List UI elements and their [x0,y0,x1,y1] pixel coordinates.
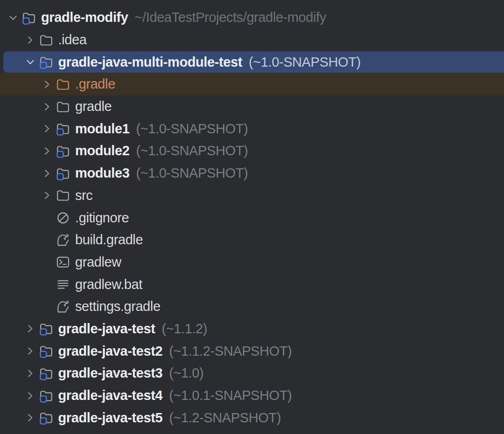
item-label: module3 [75,165,129,181]
tree-row-gradle-modify[interactable]: gradle-modify~/IdeaTestProjects/gradle-m… [0,7,504,29]
tree-row-build.gradle[interactable]: build.gradle [0,229,504,251]
chevron-down-icon[interactable] [5,10,21,26]
folder-icon [56,99,70,114]
chevron-right-icon[interactable] [22,410,39,426]
tree-row-module3[interactable]: module3(~1.0-SNAPSHOT) [0,162,504,185]
item-label: gradle-java-test [58,321,155,337]
module-folder-icon [56,121,70,136]
chevron-right-icon[interactable] [22,365,39,381]
item-label: gradle [75,99,112,114]
item-version: (~1.0-SNAPSHOT) [136,121,248,137]
tree-row-gradle-java-test5[interactable]: gradle-java-test5(~1.2-SNAPSHOT) [0,406,504,429]
tree-row-gradle-java-test2[interactable]: gradle-java-test2(~1.1.2-SNAPSHOT) [0,340,504,362]
module-folder-icon [39,388,54,403]
item-label: module1 [75,121,129,137]
module-folder-icon [39,55,54,69]
module-folder-icon [39,321,54,336]
tree-row-.idea[interactable]: .idea [0,29,504,51]
item-label: gradlew.bat [75,277,142,292]
ignored-file-icon [56,210,70,225]
item-label: gradle-java-test2 [58,344,163,359]
text-file-icon [56,277,70,292]
tree-row-module2[interactable]: module2(~1.0-SNAPSHOT) [0,140,504,162]
gradle-file-icon [56,299,70,314]
folder-icon [56,188,70,203]
chevron-right-icon[interactable] [22,343,39,359]
module-folder-icon [56,166,70,181]
item-version: (~1.1.2) [161,321,207,337]
module-folder-icon [39,410,54,425]
chevron-spacer [39,254,56,270]
tree-row-gradle[interactable]: gradle [0,96,504,118]
item-label: gradle-java-test5 [58,410,163,426]
item-version: (~1.0-SNAPSHOT) [136,143,248,158]
chevron-right-icon[interactable] [39,76,56,92]
chevron-right-icon[interactable] [39,165,56,181]
chevron-down-icon[interactable] [22,54,39,70]
item-label: module2 [75,143,129,158]
item-label: .idea [58,32,87,48]
chevron-right-icon[interactable] [22,388,39,404]
tree-row-gradle-java-test[interactable]: gradle-java-test(~1.1.2) [0,318,504,340]
chevron-right-icon[interactable] [22,32,39,48]
tree-row-src[interactable]: src [0,185,504,207]
chevron-right-icon[interactable] [39,99,56,115]
item-version: (~1.1.2-SNAPSHOT) [169,344,292,359]
tree-row-.gradle[interactable]: .gradle [0,73,504,96]
item-version: (~1.2-SNAPSHOT) [169,410,281,426]
item-label: gradle-modify [41,10,128,25]
item-label: gradle-java-multi-module-test [58,55,242,70]
item-label: gradle-java-test3 [58,365,163,381]
item-version: (~1.0) [169,365,203,381]
tree-row-module1[interactable]: module1(~1.0-SNAPSHOT) [0,117,504,140]
chevron-right-icon[interactable] [39,121,56,137]
item-label: settings.gradle [75,299,161,314]
folder-icon [39,33,54,48]
chevron-spacer [39,299,56,315]
item-version: (~1.0.1-SNAPSHOT) [169,388,292,403]
tree-row-.gitignore[interactable]: .gitignore [0,207,504,229]
item-label: .gradle [75,76,115,92]
item-label: gradlew [75,255,121,270]
chevron-spacer [39,276,56,292]
terminal-file-icon [56,255,70,269]
gradle-file-icon [56,233,70,248]
module-folder-icon [39,366,54,381]
project-path: ~/IdeaTestProjects/gradle-modify [135,10,326,25]
tree-row-gradlew[interactable]: gradlew [0,251,504,274]
item-label: .gitignore [75,210,129,226]
item-label: gradle-java-test4 [58,388,163,403]
folder-excluded-icon [56,77,70,92]
chevron-right-icon[interactable] [39,187,56,203]
chevron-right-icon[interactable] [39,143,56,159]
item-version: (~1.0-SNAPSHOT) [136,165,248,181]
item-version: (~1.0-SNAPSHOT) [249,55,361,70]
module-folder-icon [56,144,70,158]
chevron-right-icon[interactable] [22,321,39,337]
module-folder-icon [21,10,36,25]
tree-row-gradlew.bat[interactable]: gradlew.bat [0,273,504,296]
project-tree: gradle-modify~/IdeaTestProjects/gradle-m… [0,0,504,429]
item-label: src [75,188,92,203]
tree-row-settings.gradle[interactable]: settings.gradle [0,296,504,318]
module-folder-icon [39,344,54,358]
tree-row-gradle-java-test3[interactable]: gradle-java-test3(~1.0) [0,362,504,385]
item-label: build.gradle [75,232,143,248]
chevron-spacer [39,210,56,226]
tree-row-gradle-java-test4[interactable]: gradle-java-test4(~1.0.1-SNAPSHOT) [0,385,504,407]
tree-row-gradle-java-multi-module-test[interactable]: gradle-java-multi-module-test(~1.0-SNAPS… [0,51,504,73]
chevron-spacer [39,232,56,248]
